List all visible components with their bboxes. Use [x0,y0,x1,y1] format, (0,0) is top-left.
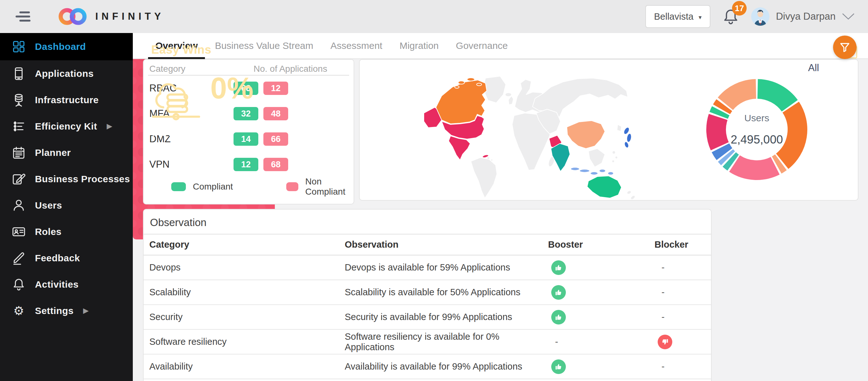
legend-item: Non Compliant [286,177,353,197]
easy-wins-percent: 0% [210,71,253,105]
sidebar-item-label: Business Processes [35,174,130,185]
empty-value: - [548,337,558,347]
noncompliant-count-badge: 12 [264,82,288,95]
empty-value: - [654,312,665,322]
brand: INFINITY [57,7,164,26]
sidebar-item-label: Infrastructure [35,95,99,105]
sidebar-item-users[interactable]: Users [0,192,133,218]
notifications-button[interactable]: 17 [722,5,740,28]
user-icon [11,198,26,213]
observation-row: DevopsDevops is available for 59% Applic… [144,256,711,280]
tab-assessment[interactable]: Assessment [322,33,391,59]
donut-center-value: 2,495,000 [731,133,783,146]
donut-filter-label[interactable]: All [808,62,819,74]
noncompliant-count-badge: 48 [264,107,288,120]
thumbs-up-icon [551,310,566,324]
compliant-count-badge: 14 [234,132,258,146]
user-name: Divya Darpan [776,11,836,22]
donut-center-label: Users [744,113,769,124]
sidebar-item-label: Dashboard [35,41,86,52]
observation-row: SecuritySecurity is available for 99% Ap… [144,305,711,330]
sidebar-item-label: Activities [35,279,79,290]
filter-icon [839,41,851,53]
grid-icon [11,39,26,54]
observation-text: Availability is available for 99% Applic… [345,361,548,372]
tab-business-value-stream[interactable]: Business Value Stream [206,33,322,59]
sidebar-item-infrastructure[interactable]: Infrastructure [0,87,133,113]
map-donut-card: All [359,59,859,201]
sidebar-item-settings[interactable]: ⚙Settings▶ [0,297,133,324]
sidebar-item-feedback[interactable]: Feedback [0,245,133,271]
sidebar-item-label: Roles [35,226,62,237]
sliders-icon [11,119,26,134]
empty-value: - [654,262,665,273]
top-bar: INFINITY Bellavista ▾ 17 [0,0,868,33]
observation-row: Software resiliencySoftware resiliency i… [144,330,711,355]
edit-box-icon [11,172,26,186]
calendar-icon [11,146,26,160]
observation-category: Software resiliency [149,337,345,347]
sidebar-item-dashboard[interactable]: Dashboard [0,33,133,60]
cloud-server-icon [149,71,203,121]
empty-value: - [654,361,665,372]
sidebar-item-label: Settings [35,306,74,316]
sidebar-item-activities[interactable]: Activities [0,271,133,297]
sidebar-item-label: Planner [35,147,71,158]
legend-item: Compliant [171,182,233,192]
observation-row: ScalabilityScalability is available for … [144,280,711,305]
observation-category: Availability [149,361,345,372]
easy-wins-groups: Move Group 1Move Group 2 [152,124,222,156]
observation-text: Scalability is available for 50% Applica… [345,287,548,297]
sidebar-item-applications[interactable]: Applications [0,60,133,87]
observation-col-booster: Booster [548,240,654,250]
compliance-category: VPN [149,159,234,170]
brand-name: INFINITY [95,11,164,22]
observation-text: Devops is available for 59% Applications [345,262,548,273]
observation-text: Security is available for 99% Applicatio… [345,312,548,322]
pencil-icon [11,251,26,265]
sidebar-item-roles[interactable]: Roles [0,218,133,245]
easy-wins-group-item[interactable]: Move Group 2 [152,140,222,156]
easy-wins-title: Easy Wins [151,43,211,57]
observation-col-blocker: Blocker [654,240,711,250]
workspace-name: Bellavista [654,11,693,22]
compliant-count-badge: 32 [234,107,258,120]
observation-category: Scalability [149,287,345,297]
easy-wins-group-item[interactable]: Move Group 1 [152,124,222,140]
filter-button[interactable] [833,36,857,59]
workspace-selector[interactable]: Bellavista ▾ [645,5,711,28]
avatar[interactable] [751,7,770,26]
observation-title: Observation [144,210,711,234]
bell-icon [11,277,26,292]
sidebar-item-label: Applications [35,68,94,79]
compliant-count-badge: 12 [234,158,258,171]
chevron-down-icon [842,13,855,20]
noncompliant-count-badge: 68 [264,158,288,171]
legend-swatch [171,182,186,191]
observation-category: Devops [149,262,345,273]
sidebar-item-business-processes[interactable]: Business Processes [0,166,133,192]
dropdown-caret-icon: ▾ [699,14,702,21]
submenu-arrow-icon: ▶ [83,307,89,315]
infinity-logo [57,7,89,26]
tab-bar: OverviewBusiness Value StreamAssessmentM… [133,33,868,59]
noncompliant-count-badge: 66 [264,132,288,146]
legend-swatch [286,182,298,191]
sidebar-item-planner[interactable]: Planner [0,139,133,166]
user-menu[interactable]: Divya Darpan [751,7,855,26]
tab-migration[interactable]: Migration [391,33,447,59]
main-content: OverviewBusiness Value StreamAssessmentM… [133,33,868,381]
observation-card: Observation Category Observation Booster… [143,209,712,381]
thumbs-up-icon [551,260,566,275]
world-map [423,76,643,200]
legend-label: Compliant [193,182,233,192]
observation-category: Security [149,312,345,322]
sidebar: DashboardApplicationsInfrastructureEffic… [0,33,133,381]
sidebar-item-label: Users [35,200,62,211]
menu-icon[interactable] [16,9,31,24]
users-donut-chart: Users 2,495,000 [703,75,811,184]
tab-governance[interactable]: Governance [447,33,516,59]
sidebar-item-efficiency-kit[interactable]: Efficiency Kit▶ [0,113,133,139]
gear-icon: ⚙ [11,304,26,318]
observation-row: AvailabilityAvailability is available fo… [144,355,711,379]
